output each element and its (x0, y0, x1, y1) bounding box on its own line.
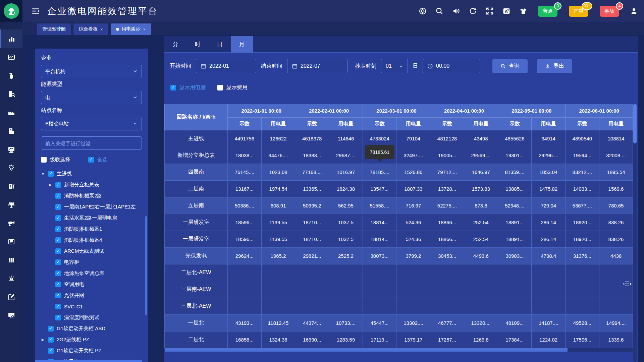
period-tab-2[interactable]: 时 (186, 36, 209, 53)
sidebar-item-hospital-building[interactable] (0, 122, 22, 140)
meter-day-select[interactable]: 01 (381, 59, 408, 73)
search-icon[interactable] (435, 7, 443, 15)
sidebar-item-fire-extinguisher[interactable] (0, 66, 22, 85)
table-row[interactable]: 一层北43193...11812.4544374...10733....4544… (165, 315, 633, 331)
tree-node[interactable]: 消防喷淋机械泵1 (41, 224, 142, 235)
tree-node[interactable]: 电容柜 (41, 257, 142, 268)
table-row[interactable]: 三层北-AEW (165, 298, 633, 315)
sidebar-item-archive-cabinet[interactable] (0, 251, 22, 269)
table-row[interactable]: 新增分立柜总表18038...34476....18383...29687...… (165, 147, 633, 164)
table-vertical-scrollbar[interactable] (633, 104, 637, 362)
sidebar-item-meter-device[interactable] (0, 232, 22, 251)
tree-node[interactable]: 地源热泵空调总表 (41, 268, 142, 279)
tree-node-checkbox[interactable] (48, 348, 54, 354)
show-cost-option[interactable]: 显示费用 (217, 84, 248, 91)
tree-expand-icon[interactable]: ▶ (41, 338, 45, 342)
tree-node-checkbox[interactable] (55, 270, 61, 276)
tree-node[interactable]: 空调用电 (41, 279, 142, 290)
period-tab-3[interactable]: 日 (209, 36, 231, 53)
tree-node-checkbox[interactable] (55, 193, 61, 199)
tree-node[interactable]: 生活水泵2路一层弱电房 (41, 213, 142, 224)
panel-resize-handle[interactable] (623, 280, 631, 289)
tree-filter-input[interactable] (41, 136, 142, 150)
refresh-icon[interactable] (469, 7, 477, 15)
tree-node-checkbox[interactable] (55, 304, 61, 309)
start-date-input[interactable]: 2022-01 (196, 59, 256, 73)
theme-shirt-icon[interactable] (519, 7, 527, 15)
tree-node[interactable]: ▼ 主进线 (41, 168, 142, 179)
end-date-input[interactable]: 2022-07 (287, 59, 347, 73)
tree-node-checkbox[interactable] (55, 204, 61, 210)
tree-node[interactable]: 温湿度回路测试 (41, 312, 142, 323)
user-icon[interactable] (630, 7, 638, 15)
sidebar-item-factory[interactable] (0, 103, 22, 122)
help-ring-icon[interactable] (419, 7, 427, 15)
panel-vertical-scrollbar[interactable] (145, 216, 147, 315)
collapse-sidebar-icon[interactable] (31, 7, 40, 15)
tree-node-checkbox[interactable] (55, 259, 61, 265)
fullscreen-icon[interactable] (486, 7, 494, 15)
period-tab-4[interactable]: 月 (231, 36, 253, 53)
show-energy-option[interactable]: 显示用电量 (170, 84, 206, 91)
volume-icon[interactable] (452, 7, 460, 15)
table-row[interactable]: 三层南-AEW (165, 281, 633, 298)
tree-node-checkbox[interactable] (48, 326, 54, 331)
alert-button-3[interactable]: 事故 4 (600, 6, 619, 17)
table-row[interactable]: 五层南50386....608.9150995.2562.9551558....… (165, 197, 633, 214)
sidebar-item-trend-board[interactable] (0, 48, 22, 66)
tree-node-checkbox[interactable] (55, 248, 61, 254)
cascade-checkbox[interactable] (41, 157, 47, 163)
sidebar-item-alarm-siren[interactable] (0, 269, 22, 288)
sidebar-item-solar-panel[interactable] (0, 195, 22, 214)
select-all-label[interactable]: 全选 (97, 157, 107, 163)
tree-node[interactable]: G1软启动开关柜 PZ (41, 345, 142, 356)
tree-node-checkbox[interactable] (55, 315, 61, 320)
tree-node-checkbox[interactable] (55, 226, 61, 232)
sidebar-item-pc-settings[interactable] (0, 306, 22, 324)
nav-tab-2[interactable]: 综合看板× (73, 23, 108, 35)
table-horizontal-scrollbar[interactable] (165, 348, 633, 352)
tree-node-checkbox[interactable] (55, 215, 61, 221)
tree-node-checkbox[interactable] (55, 293, 61, 298)
tree-node-checkbox[interactable] (48, 337, 54, 343)
sidebar-item-cctv-camera[interactable] (0, 214, 22, 232)
sidebar-item-edit-square[interactable] (0, 288, 22, 306)
tree-node[interactable]: G1软启动开关柜 ASD (41, 323, 142, 334)
nav-tab-3[interactable]: 用电集抄× (111, 23, 151, 35)
tree-node-checkbox[interactable] (55, 237, 61, 243)
tree-node[interactable]: 消防栓机械泵2路 (41, 190, 142, 201)
table-row[interactable]: 二层南13167...1974.5413365...1824.3813547..… (165, 181, 633, 197)
tree-node[interactable]: SVG-C1 (41, 301, 142, 312)
nav-tab-1[interactable]: 管理驾驶舱 (37, 23, 71, 35)
tree-node-checkbox[interactable] (55, 182, 61, 188)
tree-node[interactable]: ▶ 新增分立柜总表 (41, 179, 142, 190)
tree-node-checkbox[interactable] (48, 171, 54, 177)
table-row[interactable]: 一层研发室18596...1139.5518710...1037.518814.… (165, 214, 633, 231)
sidebar-item-inspection-book[interactable] (0, 85, 22, 103)
alert-button-2[interactable]: 严重 99+ (569, 6, 588, 17)
panel-horizontal-scrollbar[interactable] (35, 360, 142, 362)
sidebar-item-bulb[interactable] (0, 159, 22, 177)
meter-clock-input[interactable]: 00:00 (423, 59, 480, 73)
tree-node-checkbox[interactable] (55, 282, 61, 287)
app-logo[interactable] (0, 0, 22, 22)
sidebar-item-charging-pile[interactable] (0, 177, 22, 195)
table-row[interactable]: 二层北-AEW (165, 264, 633, 281)
tree-node[interactable]: ▶ 2G2进线柜 PZ (41, 334, 142, 345)
tree-expand-icon[interactable]: ▼ (41, 172, 45, 176)
org-select[interactable]: 平台机构 (41, 65, 142, 78)
energy-select[interactable]: 电 (41, 91, 142, 104)
period-tab-1[interactable]: 分 (164, 36, 186, 53)
station-select[interactable]: E楼变电站 (41, 117, 142, 130)
close-icon[interactable]: × (143, 27, 146, 32)
export-button[interactable]: 导出 (537, 59, 572, 73)
tree-node[interactable]: 消防喷淋机械泵4 (41, 235, 142, 246)
query-button[interactable]: 查询 (492, 59, 528, 73)
alert-button-1[interactable]: 普通 3 (538, 6, 557, 17)
table-row[interactable]: 光伏发电29624...1965.229821...2525.230073...… (165, 248, 633, 264)
close-icon[interactable]: × (100, 27, 103, 32)
tree-node[interactable]: ARCM无线表测试 (41, 246, 142, 257)
tree-node[interactable]: 光伏并网 (41, 290, 142, 301)
tree-expand-icon[interactable]: ▶ (48, 183, 52, 187)
select-all-checkbox[interactable] (88, 157, 94, 163)
